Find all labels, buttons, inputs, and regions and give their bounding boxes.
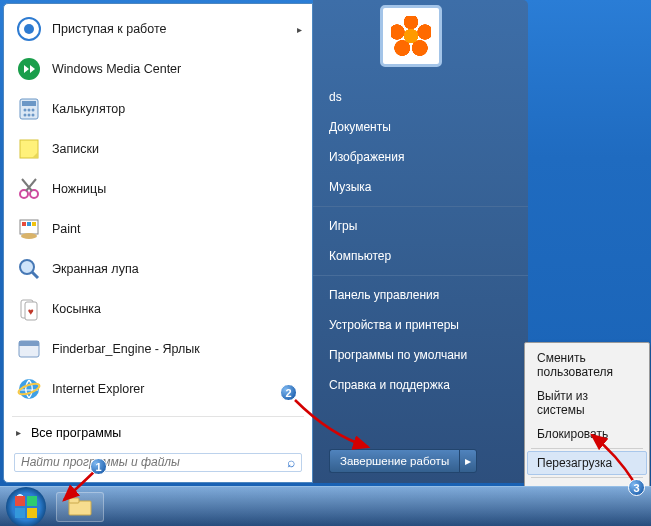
svg-rect-30 <box>27 508 37 518</box>
program-item-sticky[interactable]: Записки <box>6 129 310 169</box>
program-item-wmc[interactable]: Windows Media Center <box>6 49 310 89</box>
place-item-control-panel[interactable]: Панель управления <box>313 275 528 310</box>
program-label: Записки <box>52 142 99 156</box>
annotation-badge-3: 3 <box>628 479 645 496</box>
svg-rect-28 <box>27 496 37 506</box>
program-label: Приступая к работе <box>52 22 166 36</box>
svg-point-5 <box>24 109 27 112</box>
place-item-music[interactable]: Музыка <box>313 172 528 202</box>
program-item-solitaire[interactable]: ♥Косынка <box>6 289 310 329</box>
program-list: Приступая к работе▸Windows Media CenterК… <box>4 4 312 414</box>
separator <box>12 416 304 417</box>
arrow-right-icon: ▸ <box>16 427 21 438</box>
place-item-computer[interactable]: Компьютер <box>313 241 528 271</box>
sticky-icon <box>14 134 44 164</box>
svg-point-8 <box>24 114 27 117</box>
place-item-devices[interactable]: Устройства и принтеры <box>313 310 528 340</box>
svg-rect-17 <box>32 222 36 226</box>
program-label: Paint <box>52 222 81 236</box>
place-item-games[interactable]: Игры <box>313 206 528 241</box>
program-label: Internet Explorer <box>52 382 144 396</box>
program-item-calc[interactable]: Калькулятор <box>6 89 310 129</box>
power-option-logoff[interactable]: Выйти из системы <box>527 384 647 422</box>
search-icon: ⌕ <box>287 454 295 470</box>
user-avatar[interactable] <box>380 5 442 67</box>
program-item-magnifier[interactable]: Экранная лупа <box>6 249 310 289</box>
program-label: Finderbar_Engine - Ярлык <box>52 342 200 356</box>
svg-rect-29 <box>15 508 25 518</box>
flower-icon <box>391 16 431 56</box>
annotation-badge-2: 2 <box>280 384 297 401</box>
program-label: Калькулятор <box>52 102 125 116</box>
calc-icon <box>14 94 44 124</box>
annotation-arrow-1 <box>56 460 116 510</box>
svg-point-18 <box>21 233 37 239</box>
program-item-getting-started[interactable]: Приступая к работе▸ <box>6 9 310 49</box>
program-item-ie[interactable]: Internet Explorer <box>6 369 310 409</box>
ie-icon <box>14 374 44 404</box>
program-item-snip[interactable]: Ножницы <box>6 169 310 209</box>
getting-started-icon <box>14 14 44 44</box>
power-option-switch-user[interactable]: Сменить пользователя <box>527 346 647 384</box>
place-item-documents[interactable]: Документы <box>313 112 528 142</box>
svg-point-1 <box>24 24 34 34</box>
paint-icon <box>14 214 44 244</box>
all-programs[interactable]: ▸ Все программы <box>4 419 312 447</box>
svg-rect-15 <box>22 222 26 226</box>
annotation-badge-1: 1 <box>90 458 107 475</box>
svg-rect-27 <box>15 496 25 506</box>
snip-icon <box>14 174 44 204</box>
start-button[interactable] <box>6 487 46 527</box>
svg-point-7 <box>32 109 35 112</box>
program-label: Экранная лупа <box>52 262 139 276</box>
place-item-user[interactable]: ds <box>313 82 528 112</box>
program-item-paint[interactable]: Paint <box>6 209 310 249</box>
svg-point-6 <box>28 109 31 112</box>
submenu-arrow-icon: ▸ <box>297 24 302 35</box>
program-item-finderbar[interactable]: Finderbar_Engine - Ярлык <box>6 329 310 369</box>
program-label: Косынка <box>52 302 101 316</box>
program-label: Windows Media Center <box>52 62 181 76</box>
svg-rect-16 <box>27 222 31 226</box>
place-item-defaults[interactable]: Программы по умолчани <box>313 340 528 370</box>
all-programs-label: Все программы <box>31 426 121 440</box>
windows-logo-icon <box>15 496 37 518</box>
shutdown-menu-button[interactable]: ▸ <box>459 449 477 473</box>
place-item-pictures[interactable]: Изображения <box>313 142 528 172</box>
start-menu: Приступая к работе▸Windows Media CenterК… <box>3 0 528 483</box>
annotation-arrow-2 <box>290 395 380 455</box>
svg-rect-4 <box>22 101 36 106</box>
svg-point-19 <box>20 260 34 274</box>
finderbar-icon <box>14 334 44 364</box>
svg-text:♥: ♥ <box>28 306 34 317</box>
magnifier-icon <box>14 254 44 284</box>
start-menu-left-panel: Приступая к работе▸Windows Media CenterК… <box>3 3 313 483</box>
svg-point-9 <box>28 114 31 117</box>
program-label: Ножницы <box>52 182 106 196</box>
svg-rect-24 <box>19 341 39 346</box>
solitaire-icon: ♥ <box>14 294 44 324</box>
svg-point-10 <box>32 114 35 117</box>
wmc-icon <box>14 54 44 84</box>
